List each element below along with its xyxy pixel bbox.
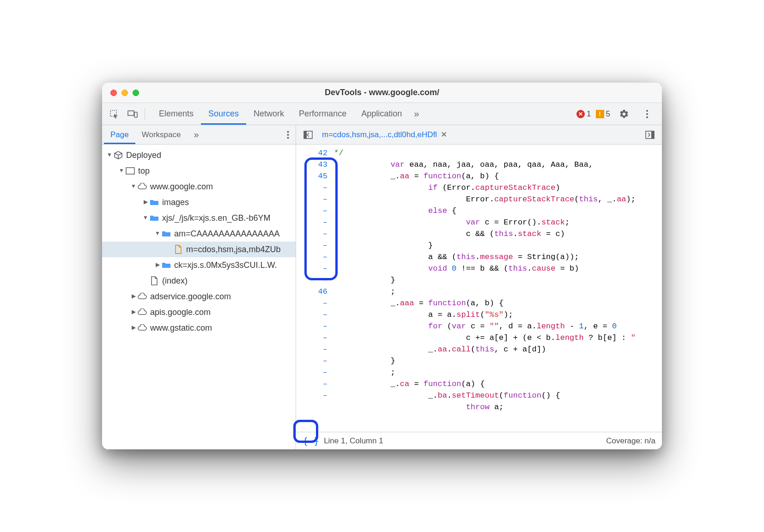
tree-item[interactable]: ck=xjs.s.0Mx5ys3sCUI.L.W. <box>102 257 296 273</box>
gutter-line[interactable]: – <box>296 205 327 217</box>
tree-item[interactable]: www.google.com <box>102 179 296 194</box>
tab-application[interactable]: Application <box>354 103 409 125</box>
tree-item[interactable]: xjs/_/js/k=xjs.s.en_GB.-b6YM <box>102 210 296 226</box>
tree-item-label: www.google.com <box>150 182 213 192</box>
file-icon <box>149 276 159 286</box>
code-line: _.aaa = function(a, b) { <box>334 297 662 309</box>
titlebar: DevTools - www.google.com/ <box>102 83 662 103</box>
tab-network[interactable]: Network <box>246 103 291 125</box>
code-line: if (Error.captureStackTrace) <box>334 182 662 193</box>
inspect-icon[interactable] <box>107 107 121 121</box>
toggle-debugger-icon[interactable] <box>643 127 657 142</box>
tree-item[interactable]: Deployed <box>102 147 296 163</box>
gutter-line[interactable]: – <box>296 297 327 309</box>
code-line: */ <box>334 147 662 159</box>
gutter-line[interactable]: – <box>296 355 327 367</box>
gutter-line[interactable]: – <box>296 263 327 274</box>
kebab-menu-icon[interactable] <box>640 107 655 121</box>
toggle-navigator-icon[interactable] <box>301 127 315 142</box>
more-tabs-button[interactable]: » <box>409 109 424 119</box>
tree-item[interactable]: top <box>102 163 296 179</box>
tree-arrow-icon[interactable] <box>142 199 149 205</box>
tree-item[interactable]: (index) <box>102 273 296 289</box>
svg-point-6 <box>287 131 289 133</box>
device-toggle-icon[interactable] <box>125 107 140 121</box>
settings-icon[interactable] <box>617 107 631 121</box>
navigator-tab-workspace[interactable]: Workspace <box>135 125 188 144</box>
tab-elements[interactable]: Elements <box>152 103 201 125</box>
close-tab-icon[interactable]: ✕ <box>441 130 447 139</box>
tree-arrow-icon[interactable] <box>154 261 161 268</box>
editor-statusbar: { } Line 1, Column 1 Coverage: n/a <box>296 432 662 449</box>
tree-item[interactable]: apis.google.com <box>102 304 296 320</box>
gutter-line[interactable]: – <box>296 274 327 286</box>
gutter-line[interactable]: 46 <box>296 286 327 297</box>
tree-arrow-icon[interactable] <box>130 308 137 315</box>
tree-item[interactable]: m=cdos,hsm,jsa,mb4ZUb <box>102 242 296 257</box>
navigator-kebab-icon[interactable] <box>282 131 294 139</box>
gutter-line[interactable]: – <box>296 390 327 401</box>
tree-item[interactable]: www.gstatic.com <box>102 320 296 336</box>
gutter-line[interactable]: 45 <box>296 170 327 182</box>
gutter-line[interactable]: – <box>296 378 327 390</box>
line-gutter[interactable]: 424345–––––––––46––––––––– <box>296 145 332 432</box>
file-js-icon <box>173 244 183 254</box>
tree-item-label: m=cdos,hsm,jsa,mb4ZUb <box>186 245 281 254</box>
gutter-line[interactable]: – <box>296 367 327 378</box>
pretty-print-button[interactable]: { } <box>303 435 319 447</box>
gutter-line[interactable]: – <box>296 320 327 332</box>
tab-sources[interactable]: Sources <box>201 103 246 125</box>
tree-item[interactable]: images <box>102 194 296 210</box>
gutter-line[interactable]: – <box>296 217 327 228</box>
tree-item-label: xjs/_/js/k=xjs.s.en_GB.-b6YM <box>162 213 271 223</box>
panel-tabs: ElementsSourcesNetworkPerformanceApplica… <box>152 103 409 125</box>
tree-arrow-icon[interactable] <box>154 230 161 236</box>
gutter-line[interactable]: – <box>296 228 327 240</box>
gutter-line[interactable]: – <box>296 251 327 263</box>
navigator-more-button[interactable]: » <box>189 129 203 140</box>
error-icon: ✕ <box>576 110 585 118</box>
code-editor[interactable]: 424345–––––––––46––––––––– */ var eaa, n… <box>296 145 662 432</box>
tree-item-label: (index) <box>162 276 188 286</box>
gutter-line[interactable]: – <box>296 344 327 355</box>
tree-arrow-icon[interactable] <box>142 214 149 221</box>
tree-arrow-icon[interactable] <box>130 324 137 331</box>
warning-count-badge[interactable]: ! 5 <box>596 109 610 119</box>
tree-arrow-icon[interactable] <box>106 151 113 158</box>
tab-performance[interactable]: Performance <box>291 103 354 125</box>
gutter-line[interactable]: 42 <box>296 147 327 159</box>
tree-arrow-icon[interactable] <box>130 293 137 299</box>
svg-point-7 <box>287 134 289 136</box>
tree-item[interactable]: am=CAAAAAAAAAAAAAAA <box>102 226 296 242</box>
editor-tab[interactable]: m=cdos,hsm,jsa,...c,dtl0hd,eHDfl ✕ <box>317 130 452 139</box>
tree-item-label: ck=xjs.s.0Mx5ys3sCUI.L.W. <box>174 260 277 270</box>
tree-item[interactable]: adservice.google.com <box>102 289 296 304</box>
code-content[interactable]: */ var eaa, naa, jaa, oaa, paa, qaa, Aaa… <box>332 145 662 432</box>
gutter-line[interactable]: 43 <box>296 159 327 170</box>
tree-item-label: Deployed <box>126 151 161 160</box>
folder-icon <box>161 260 171 270</box>
editor-tabs: m=cdos,hsm,jsa,...c,dtl0hd,eHDfl ✕ <box>296 125 662 145</box>
code-line: a && (this.message = String(a)); <box>334 251 662 263</box>
tree-item-label: top <box>138 166 150 176</box>
gutter-line[interactable]: – <box>296 240 327 251</box>
gutter-line[interactable]: – <box>296 332 327 344</box>
cloud-icon <box>137 323 147 333</box>
svg-point-3 <box>646 110 648 112</box>
code-line: ; <box>334 286 662 297</box>
tree-arrow-icon[interactable] <box>118 167 125 174</box>
tree-arrow-icon[interactable] <box>130 183 137 189</box>
gutter-line[interactable]: – <box>296 309 327 320</box>
navigator-tab-page[interactable]: Page <box>104 125 135 144</box>
error-count-badge[interactable]: ✕ 1 <box>576 109 591 119</box>
code-line: c && (this.stack = c) <box>334 228 662 240</box>
cube-icon <box>113 150 123 160</box>
gutter-line[interactable]: – <box>296 193 327 205</box>
gutter-line[interactable]: – <box>296 182 327 193</box>
svg-rect-11 <box>304 131 307 139</box>
cloud-icon <box>137 307 147 317</box>
svg-rect-9 <box>126 168 134 174</box>
code-line: _.aa.call(this, c + a[d]) <box>334 344 662 355</box>
code-line: _.ca = function(a) { <box>334 378 662 390</box>
coverage-status: Coverage: n/a <box>606 436 655 446</box>
